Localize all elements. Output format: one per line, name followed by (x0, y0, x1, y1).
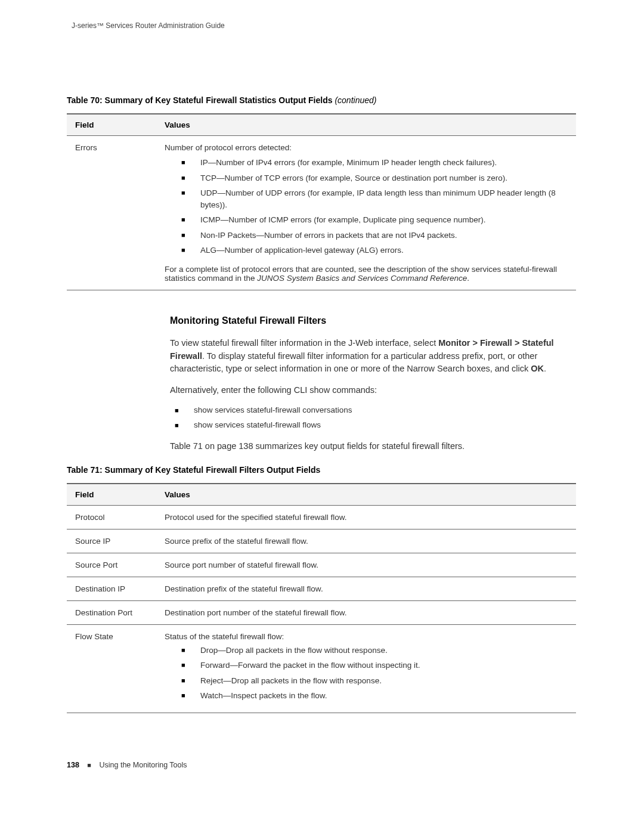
bullet-tcp: TCP—Number of TCP errors (for example, S… (181, 172, 568, 184)
table70-row-errors: Errors Number of protocol errors detecte… (67, 136, 576, 290)
flow-drop: Drop—Drop all packets in the flow withou… (181, 645, 568, 657)
table71-row-destip: Destination IP Destination prefix of the… (67, 577, 576, 600)
table70-block: Table 70: Summary of Key Stateful Firewa… (67, 95, 576, 290)
cmd-flows: show services stateful-firewall flows (170, 420, 576, 429)
table71: Field Values Protocol Protocol used for … (67, 483, 576, 713)
flow-reject: Reject—Drop all packets in the flow with… (181, 675, 568, 687)
page-header: J-series™ Services Router Administration… (72, 21, 644, 30)
section-heading: Monitoring Stateful Firewall Filters (170, 315, 576, 326)
table71-row-destport: Destination Port Destination port number… (67, 600, 576, 624)
table71-title: Table 71: Summary of Key Stateful Firewa… (67, 465, 576, 475)
page-number: 138 (67, 761, 79, 769)
flowstate-intro: Status of the stateful firewall flow: (165, 632, 568, 641)
bullet-nonip: Non-IP Packets—Number of errors in packe… (181, 230, 568, 241)
table71-row-sourceip: Source IP Source prefix of the stateful … (67, 529, 576, 553)
table70-title-continued: (continued) (333, 95, 377, 105)
table70-intro: Number of protocol errors detected: (165, 143, 568, 152)
table71-block: Table 71: Summary of Key Stateful Firewa… (67, 465, 576, 713)
footer-sep: ■ (87, 761, 91, 769)
footer-section: Using the Monitoring Tools (99, 761, 187, 769)
flow-watch: Watch—Inspect packets in the flow. (181, 690, 568, 702)
table71-row-flowstate: Flow State Status of the stateful firewa… (67, 624, 576, 713)
flow-forward: Forward—Forward the packet in the flow w… (181, 659, 568, 671)
table70-head-values: Values (156, 114, 576, 136)
table70-head-field: Field (67, 114, 156, 136)
flowstate-list: Drop—Drop all packets in the flow withou… (165, 645, 568, 702)
table70-note: For a complete list of protocol errors t… (165, 265, 568, 283)
bullet-icmp: ICMP—Number of ICMP errors (for example,… (181, 214, 568, 226)
table70: Field Values Errors Number of protocol e… (67, 113, 576, 290)
table71-row-sourceport: Source Port Source port number of statef… (67, 553, 576, 577)
bullet-ip: IP—Number of IPv4 errors (for example, M… (181, 157, 568, 169)
bullet-udp: UDP—Number of UDP errors (for example, I… (181, 187, 568, 210)
table70-title: Table 70: Summary of Key Stateful Firewa… (67, 95, 576, 105)
table71-row-protocol: Protocol Protocol used for the specified… (67, 505, 576, 529)
table71-head-values: Values (156, 484, 576, 506)
table71-head-field: Field (67, 484, 156, 506)
section-monitoring: Monitoring Stateful Firewall Filters To … (170, 315, 576, 453)
section-p3: Table 71 on page 138 summarizes key outp… (170, 440, 576, 453)
section-cmd-list: show services stateful-firewall conversa… (170, 405, 576, 429)
section-p2: Alternatively, enter the following CLI s… (170, 384, 576, 397)
table70-row-values: Number of protocol errors detected: IP—N… (156, 136, 576, 290)
section-p1: To view stateful firewall filter informa… (170, 337, 576, 376)
page-footer: 138 ■ Using the Monitoring Tools (67, 761, 644, 769)
table70-title-main: Table 70: Summary of Key Stateful Firewa… (67, 95, 333, 105)
bullet-alg: ALG—Number of application-level gateway … (181, 244, 568, 256)
table70-row-field: Errors (67, 136, 156, 290)
table70-bullets: IP—Number of IPv4 errors (for example, M… (165, 157, 568, 256)
cmd-conversations: show services stateful-firewall conversa… (170, 405, 576, 414)
